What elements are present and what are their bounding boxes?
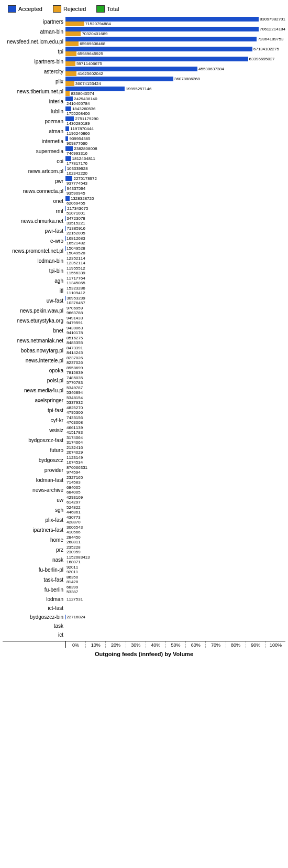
bar-area: 7061221418470320401689 — [65, 27, 285, 36]
chart-container: Accepted Rejected Total ipartners8309798… — [0, 0, 288, 678]
accepted-bar-line: 8473391 — [65, 346, 285, 350]
bar-area: 18432605361755208406 — [65, 106, 285, 116]
x-tick: 80% — [226, 641, 246, 648]
accepted-bar-line: 34723078 — [65, 216, 285, 221]
legend-rejected-box — [53, 5, 61, 13]
row-label: bydgoszcz-fast — [3, 437, 65, 443]
accepted-bar-line: 45538637384 — [65, 67, 285, 71]
accepted-bar — [65, 67, 197, 71]
row-label: astercity — [3, 69, 65, 74]
table-row: sgh524822446861 — [3, 505, 285, 515]
rejected-value: 4763008 — [67, 420, 83, 425]
accepted-bar — [65, 57, 248, 61]
rejected-value: 9410178 — [67, 330, 83, 335]
rejected-value: 22152005 — [67, 231, 85, 235]
accepted-value: 2327165 — [67, 475, 83, 480]
accepted-bar-line: 16812683 — [65, 236, 285, 241]
rejected-value: 1755208406 — [67, 111, 90, 116]
accepted-bar-line: 22716824 — [65, 615, 285, 619]
x-axis: 0%10%20%30%40%50%60%70%80%90%100% — [3, 641, 285, 648]
legend-total-box — [96, 5, 105, 13]
bar-area: 132832872062069455 — [65, 196, 285, 206]
row-label: prz — [3, 547, 65, 553]
table-row: cyf-kr74351564763008 — [3, 415, 285, 425]
row-label: itl — [3, 288, 65, 294]
row-label: coi — [3, 158, 65, 164]
table-row: atman-bin7061221418470320401689 — [3, 27, 285, 36]
row-label: rmf — [3, 208, 65, 214]
table-row: ipartners-fast3006543410566 — [3, 525, 285, 534]
rejected-value: 41625602042 — [77, 71, 103, 76]
x-tick: 50% — [165, 641, 185, 648]
accepted-bar-line: 63396695027 — [65, 57, 285, 61]
table-row: atman11978704441196246866 — [3, 126, 285, 136]
table-row: opoka89586997815839 — [3, 366, 285, 375]
bar-area: 84733918414245 — [65, 346, 285, 355]
accepted-value: 284450 — [67, 535, 81, 540]
bar-area: 97069599663788 — [65, 306, 285, 315]
rejected-bar-line: 11556339 — [65, 271, 285, 275]
accepted-value: 92011 — [67, 565, 78, 570]
rejected-value: 974594 — [67, 470, 81, 475]
rejected-bar-line: 9479591 — [65, 320, 285, 325]
row-label: e-wro — [3, 238, 65, 244]
row-label: ipartners-bin — [3, 59, 65, 65]
row-label: pozman — [3, 119, 65, 124]
accepted-value: 235228 — [67, 545, 81, 550]
table-row: futuro21324162074029 — [3, 445, 285, 455]
rejected-value: 8483355 — [67, 340, 83, 345]
legend-rejected-label: Rejected — [63, 6, 86, 12]
accepted-bar — [65, 166, 66, 171]
accepted-bar — [65, 87, 125, 91]
bar-area: 24294381402410405784 — [65, 97, 285, 106]
table-row: supermedia2382808008746993316 — [3, 146, 285, 156]
accepted-bar — [65, 106, 71, 111]
bar-area: 8635081428 — [65, 575, 285, 584]
bar-area: 21734367551071001 — [65, 206, 285, 216]
accepted-bar-line: 1123149 — [65, 455, 285, 460]
accepted-bar-line: 9706959 — [65, 306, 285, 310]
bar-area: 89586997815839 — [65, 366, 285, 375]
rejected-bar-line: 11109412 — [65, 291, 285, 295]
rejected-bar-line: 7815839 — [65, 370, 285, 375]
bar-area: 4553863738441625602042 — [65, 67, 285, 76]
accepted-bar-line: 2751179290 — [65, 116, 285, 121]
rejected-value: 81428 — [67, 580, 78, 584]
rejected-bar-line: 909877690 — [65, 141, 285, 146]
rejected-bar-line: 62069455 — [65, 201, 285, 206]
accepted-value: 34723078 — [67, 216, 85, 221]
x-tick: 100% — [265, 641, 285, 648]
row-label: fu-berlin — [3, 587, 65, 593]
accepted-value: 16812683 — [67, 236, 85, 241]
rejected-bar-line: 974594 — [65, 470, 285, 475]
accepted-bar — [65, 196, 70, 201]
x-tick: 40% — [146, 641, 165, 648]
accepted-bar-line: 4293109 — [65, 495, 285, 500]
legend-accepted-label: Accepted — [18, 6, 42, 12]
rejected-value: 446861 — [67, 510, 81, 515]
accepted-bar-line: 92011 — [65, 565, 285, 570]
rejected-value: 33515221 — [67, 221, 85, 226]
bar-area: 11231491074534 — [65, 455, 285, 465]
accepted-bar — [65, 136, 68, 141]
bar-area: 3006543410566 — [65, 525, 285, 534]
accepted-bar-line: 5349787 — [65, 385, 285, 390]
rejected-value: 2410405784 — [67, 101, 90, 106]
accepted-bar-line: 430773 — [65, 515, 285, 520]
rejected-bar-line: 3174064 — [65, 440, 285, 445]
table-row: coi1812464811177817176 — [3, 156, 285, 166]
bar-area: 8309798270171520794884 — [65, 17, 285, 26]
accepted-bar-line: 2275178972 — [65, 176, 285, 181]
row-label: provider — [3, 467, 65, 473]
table-row: polsl.pl74850355770783 — [3, 376, 285, 385]
x-tick: 20% — [105, 641, 125, 648]
bar-area: 524822446861 — [65, 505, 285, 515]
rejected-value: 1430280189 — [67, 121, 90, 126]
rejected-value: 5346894 — [67, 390, 83, 395]
legend-total-label: Total — [107, 6, 119, 12]
accepted-bar — [65, 146, 73, 151]
row-label: futuro — [3, 447, 65, 453]
rejected-value: 9663788 — [67, 310, 83, 315]
accepted-bar-line: 3006543 — [65, 525, 285, 530]
bar-area: 48252704795306 — [65, 405, 285, 415]
